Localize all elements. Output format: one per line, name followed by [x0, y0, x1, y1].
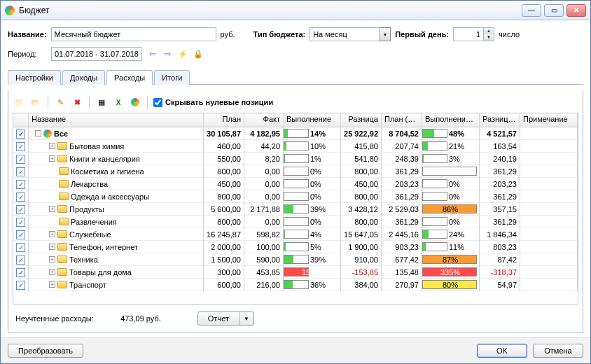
first-day-unit: число — [499, 30, 520, 38]
folder-icon — [59, 218, 69, 225]
ok-button[interactable]: OK — [477, 344, 527, 358]
expand-icon[interactable]: + — [49, 155, 55, 162]
row-checkbox[interactable]: ✓ — [16, 142, 25, 151]
name-label: Название: — [8, 30, 47, 38]
lightning-icon[interactable]: ⚡ — [177, 48, 188, 59]
expenses-panel: 📁 📂 ✎ ✖ ▦ X Скрывать нулевые позиции Наз… — [8, 90, 583, 333]
folder-icon: 📂 — [29, 96, 42, 108]
transform-button[interactable]: Преобразовать — [8, 344, 83, 358]
col-header[interactable]: План (сег... — [382, 113, 422, 127]
expand-icon[interactable]: + — [49, 281, 55, 288]
table-row[interactable]: ✓+Телефон, интернет2 000,00100,005%1 900… — [13, 241, 578, 253]
period-label: Период: — [8, 50, 47, 58]
table-row[interactable]: ✓+Бытовая химия460,0044,2010%415,80207,7… — [13, 140, 578, 153]
excel-icon[interactable]: X — [112, 96, 125, 108]
first-day-spinner[interactable]: ▲▼ — [453, 27, 494, 41]
table-icon[interactable]: ▦ — [95, 96, 108, 108]
report-button[interactable]: Отчет ▼ — [197, 312, 254, 326]
row-checkbox[interactable]: ✓ — [16, 255, 25, 265]
next-period-icon[interactable]: ⇨ — [162, 48, 173, 59]
row-name: Продукты — [69, 204, 104, 214]
minimize-button[interactable]: — — [522, 4, 541, 17]
folder-icon — [57, 230, 67, 238]
edit-icon[interactable]: ✎ — [54, 96, 67, 108]
row-checkbox[interactable]: ✓ — [16, 268, 25, 277]
unaccounted-label: Неучтенные расходы: — [15, 314, 94, 323]
budget-name-input[interactable] — [51, 27, 216, 41]
row-checkbox[interactable]: ✓ — [16, 155, 25, 164]
row-name: Техника — [69, 255, 98, 265]
prev-period-icon[interactable]: ⇦ — [146, 48, 158, 59]
expand-icon[interactable]: + — [49, 206, 55, 212]
expand-icon[interactable]: - — [35, 130, 41, 136]
table-row[interactable]: ✓Косметика и гигиена800,000,000%800,0036… — [13, 165, 578, 178]
row-name: Косметика и гигиена — [71, 167, 144, 176]
lock-icon[interactable]: 🔒 — [193, 48, 204, 59]
budget-type-combo[interactable]: ▾ — [310, 27, 391, 41]
col-header[interactable]: Примечание — [520, 113, 578, 127]
col-header[interactable]: Факт — [244, 113, 284, 127]
row-checkbox[interactable]: ✓ — [16, 243, 25, 252]
expenses-grid[interactable]: НазваниеПланФактВыполнениеРазницаПлан (с… — [13, 113, 578, 304]
cancel-button[interactable]: Отмена — [533, 344, 583, 358]
budget-type-label: Тип бюджета: — [253, 30, 306, 38]
col-header[interactable] — [13, 113, 29, 127]
expand-icon[interactable]: + — [49, 256, 55, 262]
col-header[interactable]: Разница (... — [480, 113, 520, 127]
chart-icon[interactable] — [129, 96, 141, 108]
period-input[interactable] — [51, 47, 142, 61]
row-checkbox[interactable]: ✓ — [16, 192, 25, 202]
table-row[interactable]: ✓Развлечения800,000,000%800,00361,290%36… — [13, 216, 578, 228]
hide-zero-checkbox[interactable]: Скрывать нулевые позиции — [153, 98, 273, 107]
row-checkbox[interactable]: ✓ — [16, 205, 25, 214]
row-name: Одежда и аксессуары — [71, 192, 149, 202]
row-checkbox[interactable]: ✓ — [16, 281, 25, 290]
tabs: НастройкиДоходыРасходыИтоги — [8, 69, 583, 85]
table-row[interactable]: ✓+Служебные16 245,87598,824%15 647,052 4… — [13, 228, 578, 241]
tab-Расходы[interactable]: Расходы — [106, 70, 153, 85]
expand-icon[interactable]: + — [49, 244, 55, 250]
table-row[interactable]: ✓Лекарства450,000,000%450,00203,230%203,… — [13, 178, 578, 190]
col-header[interactable]: План — [204, 113, 244, 127]
col-header[interactable]: Выполнение (... — [422, 113, 480, 127]
delete-icon[interactable]: ✖ — [71, 96, 83, 108]
tab-Итоги[interactable]: Итоги — [154, 70, 190, 85]
expand-icon[interactable]: + — [49, 143, 55, 149]
col-header[interactable]: Выполнение — [284, 113, 341, 127]
row-name: Все — [54, 129, 68, 139]
spin-down-icon[interactable]: ▼ — [484, 34, 494, 41]
folder-icon — [57, 142, 67, 150]
chevron-down-icon[interactable]: ▾ — [380, 27, 391, 41]
chevron-down-icon[interactable]: ▼ — [239, 312, 253, 325]
expand-icon[interactable]: + — [49, 231, 55, 237]
table-row[interactable]: ✓-Все30 105,874 182,9514%25 922,928 704,… — [13, 127, 578, 140]
row-checkbox[interactable]: ✓ — [16, 167, 25, 176]
row-name: Развлечения — [71, 217, 117, 227]
folder-icon — [57, 155, 67, 162]
row-checkbox[interactable]: ✓ — [16, 180, 25, 189]
titlebar: Бюджет — ▭ ✕ — [1, 1, 590, 20]
tab-Доходы[interactable]: Доходы — [62, 70, 105, 85]
row-checkbox[interactable]: ✓ — [16, 230, 25, 239]
table-row[interactable]: ✓+Товары для дома300,00453,85151%-153,85… — [13, 266, 578, 279]
row-name: Телефон, интернет — [69, 242, 138, 252]
tab-Настройки[interactable]: Настройки — [8, 70, 61, 85]
row-checkbox[interactable]: ✓ — [16, 130, 25, 139]
col-header[interactable]: Разница — [341, 113, 382, 127]
table-row[interactable]: ✓+Транспорт600,00216,0036%384,00270,9780… — [13, 279, 578, 291]
table-row[interactable]: ✓+Продукты5 600,002 171,8839%3 428,122 5… — [13, 203, 578, 216]
unaccounted-value: 473,09 руб. — [105, 314, 161, 323]
close-button[interactable]: ✕ — [566, 4, 586, 17]
maximize-button[interactable]: ▭ — [544, 4, 564, 17]
expand-icon[interactable]: + — [49, 269, 55, 275]
folder-icon — [59, 192, 69, 200]
table-row[interactable]: ✓Одежда и аксессуары800,000,000%800,0036… — [13, 190, 578, 203]
folder-icon — [59, 167, 69, 175]
col-header[interactable]: Название — [29, 113, 204, 127]
spin-up-icon[interactable]: ▲ — [484, 28, 494, 34]
all-icon — [43, 130, 52, 138]
folder-icon — [57, 281, 67, 288]
table-row[interactable]: ✓+Техника1 500,00590,0039%910,00677,4287… — [13, 253, 578, 266]
row-checkbox[interactable]: ✓ — [16, 218, 25, 227]
table-row[interactable]: ✓+Книги и канцелярия550,008,201%541,8024… — [13, 153, 578, 165]
